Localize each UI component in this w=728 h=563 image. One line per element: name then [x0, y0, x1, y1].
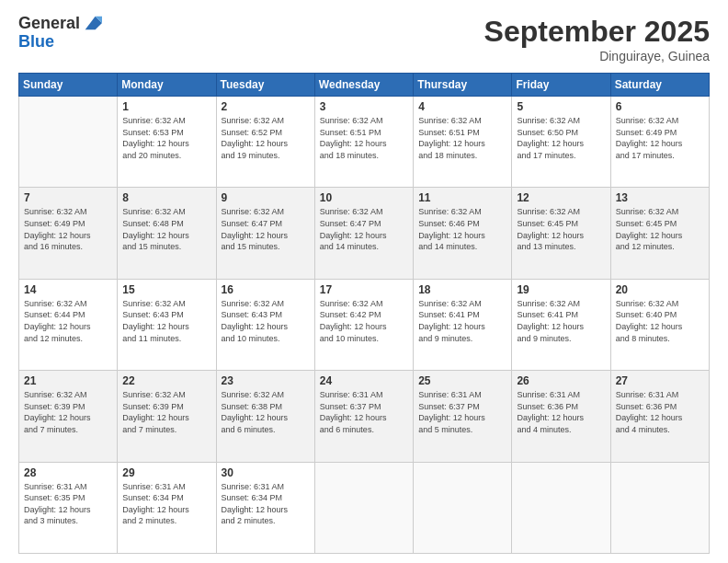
day-info: Sunrise: 6:32 AM Sunset: 6:42 PM Dayligh…	[320, 298, 408, 344]
table-row: 24Sunrise: 6:31 AM Sunset: 6:37 PM Dayli…	[314, 371, 413, 462]
day-number: 26	[517, 374, 605, 387]
table-row: 9Sunrise: 6:32 AM Sunset: 6:47 PM Daylig…	[216, 188, 314, 279]
calendar-week-row: 7Sunrise: 6:32 AM Sunset: 6:49 PM Daylig…	[19, 188, 710, 279]
day-number: 8	[122, 191, 210, 204]
title-block: September 2025 Dinguiraye, Guinea	[484, 15, 710, 63]
table-row: 15Sunrise: 6:32 AM Sunset: 6:43 PM Dayli…	[118, 279, 216, 370]
day-number: 5	[517, 100, 605, 113]
calendar-week-row: 1Sunrise: 6:32 AM Sunset: 6:53 PM Daylig…	[19, 97, 710, 188]
logo-text: General Blue	[18, 15, 102, 52]
page: General Blue September 2025 Dinguiraye, …	[0, 0, 728, 563]
day-number: 24	[320, 374, 408, 387]
day-number: 16	[222, 283, 310, 296]
header-thursday: Thursday	[414, 74, 512, 97]
day-number: 13	[616, 191, 704, 204]
month-title: September 2025	[484, 15, 710, 49]
day-number: 4	[418, 100, 506, 113]
table-row: 22Sunrise: 6:32 AM Sunset: 6:39 PM Dayli…	[118, 371, 216, 462]
table-row: 23Sunrise: 6:32 AM Sunset: 6:38 PM Dayli…	[216, 371, 314, 462]
header-saturday: Saturday	[610, 74, 709, 97]
day-info: Sunrise: 6:32 AM Sunset: 6:44 PM Dayligh…	[24, 298, 112, 344]
table-row: 3Sunrise: 6:32 AM Sunset: 6:51 PM Daylig…	[314, 97, 413, 188]
table-row: 21Sunrise: 6:32 AM Sunset: 6:39 PM Dayli…	[19, 371, 118, 462]
table-row: 26Sunrise: 6:31 AM Sunset: 6:36 PM Dayli…	[512, 371, 610, 462]
day-number: 7	[24, 191, 112, 204]
calendar-week-row: 21Sunrise: 6:32 AM Sunset: 6:39 PM Dayli…	[19, 371, 710, 462]
day-number: 11	[418, 191, 506, 204]
table-row	[610, 462, 709, 553]
table-row: 14Sunrise: 6:32 AM Sunset: 6:44 PM Dayli…	[19, 279, 118, 370]
table-row: 8Sunrise: 6:32 AM Sunset: 6:48 PM Daylig…	[118, 188, 216, 279]
calendar-table: Sunday Monday Tuesday Wednesday Thursday…	[18, 73, 710, 554]
day-info: Sunrise: 6:32 AM Sunset: 6:43 PM Dayligh…	[222, 298, 310, 344]
day-info: Sunrise: 6:32 AM Sunset: 6:50 PM Dayligh…	[517, 115, 605, 161]
day-info: Sunrise: 6:32 AM Sunset: 6:43 PM Dayligh…	[122, 298, 210, 344]
day-number: 15	[122, 283, 210, 296]
day-info: Sunrise: 6:32 AM Sunset: 6:45 PM Dayligh…	[616, 206, 704, 252]
day-info: Sunrise: 6:32 AM Sunset: 6:48 PM Dayligh…	[122, 206, 210, 252]
day-number: 17	[320, 283, 408, 296]
logo-icon	[82, 13, 102, 33]
day-number: 21	[24, 374, 112, 387]
table-row: 2Sunrise: 6:32 AM Sunset: 6:52 PM Daylig…	[216, 97, 314, 188]
day-number: 9	[222, 191, 310, 204]
logo-blue: Blue	[18, 33, 102, 52]
day-number: 14	[24, 283, 112, 296]
day-info: Sunrise: 6:32 AM Sunset: 6:51 PM Dayligh…	[418, 115, 506, 161]
table-row: 30Sunrise: 6:31 AM Sunset: 6:34 PM Dayli…	[216, 462, 314, 553]
table-row: 29Sunrise: 6:31 AM Sunset: 6:34 PM Dayli…	[118, 462, 216, 553]
day-number: 25	[418, 374, 506, 387]
day-info: Sunrise: 6:32 AM Sunset: 6:47 PM Dayligh…	[320, 206, 408, 252]
day-number: 18	[418, 283, 506, 296]
calendar-week-row: 28Sunrise: 6:31 AM Sunset: 6:35 PM Dayli…	[19, 462, 710, 553]
day-info: Sunrise: 6:31 AM Sunset: 6:35 PM Dayligh…	[24, 481, 112, 527]
day-number: 2	[222, 100, 310, 113]
day-info: Sunrise: 6:32 AM Sunset: 6:39 PM Dayligh…	[24, 389, 112, 435]
table-row: 12Sunrise: 6:32 AM Sunset: 6:45 PM Dayli…	[512, 188, 610, 279]
table-row	[19, 97, 118, 188]
logo-general: General	[18, 15, 80, 33]
table-row	[512, 462, 610, 553]
day-number: 19	[517, 283, 605, 296]
table-row: 27Sunrise: 6:31 AM Sunset: 6:36 PM Dayli…	[610, 371, 709, 462]
location: Dinguiraye, Guinea	[484, 49, 710, 63]
day-info: Sunrise: 6:32 AM Sunset: 6:41 PM Dayligh…	[517, 298, 605, 344]
table-row: 6Sunrise: 6:32 AM Sunset: 6:49 PM Daylig…	[610, 97, 709, 188]
header-tuesday: Tuesday	[216, 74, 314, 97]
day-info: Sunrise: 6:31 AM Sunset: 6:34 PM Dayligh…	[122, 481, 210, 527]
day-info: Sunrise: 6:31 AM Sunset: 6:34 PM Dayligh…	[222, 481, 310, 527]
table-row: 17Sunrise: 6:32 AM Sunset: 6:42 PM Dayli…	[314, 279, 413, 370]
day-number: 28	[24, 466, 112, 479]
table-row: 4Sunrise: 6:32 AM Sunset: 6:51 PM Daylig…	[414, 97, 512, 188]
day-number: 3	[320, 100, 408, 113]
table-row: 1Sunrise: 6:32 AM Sunset: 6:53 PM Daylig…	[118, 97, 216, 188]
day-info: Sunrise: 6:31 AM Sunset: 6:36 PM Dayligh…	[517, 389, 605, 435]
table-row	[314, 462, 413, 553]
day-number: 30	[222, 466, 310, 479]
table-row: 28Sunrise: 6:31 AM Sunset: 6:35 PM Dayli…	[19, 462, 118, 553]
day-info: Sunrise: 6:32 AM Sunset: 6:38 PM Dayligh…	[222, 389, 310, 435]
header-monday: Monday	[118, 74, 216, 97]
day-number: 10	[320, 191, 408, 204]
day-info: Sunrise: 6:32 AM Sunset: 6:53 PM Dayligh…	[122, 115, 210, 161]
day-number: 12	[517, 191, 605, 204]
table-row: 10Sunrise: 6:32 AM Sunset: 6:47 PM Dayli…	[314, 188, 413, 279]
day-info: Sunrise: 6:32 AM Sunset: 6:47 PM Dayligh…	[222, 206, 310, 252]
header-sunday: Sunday	[19, 74, 118, 97]
table-row: 11Sunrise: 6:32 AM Sunset: 6:46 PM Dayli…	[414, 188, 512, 279]
table-row: 19Sunrise: 6:32 AM Sunset: 6:41 PM Dayli…	[512, 279, 610, 370]
table-row: 5Sunrise: 6:32 AM Sunset: 6:50 PM Daylig…	[512, 97, 610, 188]
table-row: 25Sunrise: 6:31 AM Sunset: 6:37 PM Dayli…	[414, 371, 512, 462]
day-info: Sunrise: 6:32 AM Sunset: 6:45 PM Dayligh…	[517, 206, 605, 252]
calendar-header-row: Sunday Monday Tuesday Wednesday Thursday…	[19, 74, 710, 97]
header: General Blue September 2025 Dinguiraye, …	[18, 15, 710, 63]
table-row: 16Sunrise: 6:32 AM Sunset: 6:43 PM Dayli…	[216, 279, 314, 370]
day-number: 29	[122, 466, 210, 479]
day-info: Sunrise: 6:32 AM Sunset: 6:39 PM Dayligh…	[122, 389, 210, 435]
header-friday: Friday	[512, 74, 610, 97]
day-info: Sunrise: 6:32 AM Sunset: 6:41 PM Dayligh…	[418, 298, 506, 344]
table-row: 7Sunrise: 6:32 AM Sunset: 6:49 PM Daylig…	[19, 188, 118, 279]
day-info: Sunrise: 6:32 AM Sunset: 6:49 PM Dayligh…	[24, 206, 112, 252]
table-row: 20Sunrise: 6:32 AM Sunset: 6:40 PM Dayli…	[610, 279, 709, 370]
day-info: Sunrise: 6:32 AM Sunset: 6:46 PM Dayligh…	[418, 206, 506, 252]
